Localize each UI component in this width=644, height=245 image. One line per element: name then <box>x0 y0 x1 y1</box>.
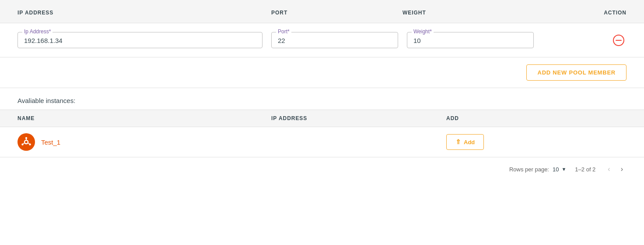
instances-col-add: ADD <box>429 110 644 127</box>
instances-table: NAME IP ADDRESS ADD <box>0 110 644 157</box>
dropdown-arrow-icon: ▼ <box>561 167 566 172</box>
svg-point-4 <box>25 137 27 139</box>
rows-per-page-select[interactable]: 10 ▼ <box>553 166 566 173</box>
add-instance-button[interactable]: ⇑ Add <box>446 134 484 150</box>
ip-field-container: Ip Address* <box>18 32 262 48</box>
instances-header-row: NAME IP ADDRESS ADD <box>0 110 644 127</box>
table-row: Test_1 ⇑ Add <box>0 127 644 157</box>
pagination-prev-button[interactable]: ‹ <box>604 163 613 175</box>
add-instance-icon: ⇑ <box>455 138 461 146</box>
col-label-ip: IP ADDRESS <box>18 10 53 16</box>
remove-pool-member-button[interactable] <box>611 32 626 48</box>
instance-ip-cell <box>254 127 429 157</box>
instance-name-cell: Test_1 <box>0 127 254 157</box>
instance-name-wrapper: Test_1 <box>18 133 236 151</box>
header-weight: WEIGHT <box>402 9 534 16</box>
weight-field-label: Weight* <box>412 28 434 35</box>
col-label-port: PORT <box>271 10 287 16</box>
available-instances-section: Avaliable instances: NAME IP ADDRESS ADD <box>0 88 644 181</box>
add-new-pool-member-button[interactable]: ADD NEW POOL MEMBER <box>526 64 626 81</box>
available-instances-title: Avaliable instances: <box>0 88 644 110</box>
add-instance-label: Add <box>464 139 475 146</box>
header-action: ACTION <box>534 9 626 16</box>
svg-point-5 <box>21 143 23 145</box>
ip-field-label: Ip Address* <box>22 28 52 35</box>
table-header: IP ADDRESS PORT WEIGHT ACTION <box>0 0 644 23</box>
minus-circle-icon <box>612 34 625 46</box>
pagination-row: Rows per page: 10 ▼ 1–2 of 2 ‹ › <box>0 157 644 181</box>
svg-point-6 <box>29 143 31 145</box>
add-pool-member-row: ADD NEW POOL MEMBER <box>0 57 644 88</box>
svg-line-9 <box>28 143 29 144</box>
port-input[interactable] <box>278 37 392 44</box>
rows-per-page-label: Rows per page: <box>509 166 549 173</box>
instances-table-body: Test_1 ⇑ Add <box>0 127 644 157</box>
pagination-next-button[interactable]: › <box>617 163 626 175</box>
col-label-action: ACTION <box>604 10 626 16</box>
instances-col-ip: IP ADDRESS <box>254 110 429 127</box>
port-field-wrapper: Port* <box>271 32 398 48</box>
pagination-range: 1–2 of 2 <box>575 166 595 173</box>
port-field-label: Port* <box>276 28 291 35</box>
pagination-navigation: ‹ › <box>604 163 626 175</box>
instances-table-header: NAME IP ADDRESS ADD <box>0 110 644 127</box>
port-field-container: Port* <box>271 32 398 48</box>
weight-input[interactable] <box>413 37 527 44</box>
header-port: PORT <box>271 9 402 16</box>
weight-field-container: Weight* <box>407 32 534 48</box>
page-container: IP ADDRESS PORT WEIGHT ACTION Ip Address… <box>0 0 644 245</box>
instances-col-name: NAME <box>0 110 254 127</box>
instance-add-cell: ⇑ Add <box>429 127 644 157</box>
rows-per-page-value: 10 <box>553 166 559 173</box>
rows-per-page-control: Rows per page: 10 ▼ <box>509 166 566 173</box>
header-ip: IP ADDRESS <box>18 9 271 16</box>
svg-line-8 <box>23 143 24 144</box>
weight-field-wrapper: Weight* <box>407 32 534 48</box>
ubuntu-svg <box>21 136 32 148</box>
col-label-weight: WEIGHT <box>402 10 426 16</box>
pool-member-form-row: Ip Address* Port* Weight* <box>0 23 644 57</box>
form-action-cell <box>542 32 626 48</box>
ip-address-field-wrapper: Ip Address* <box>18 32 262 48</box>
instance-name-text: Test_1 <box>41 138 60 146</box>
ip-address-input[interactable] <box>24 37 256 44</box>
ubuntu-icon <box>18 133 35 151</box>
